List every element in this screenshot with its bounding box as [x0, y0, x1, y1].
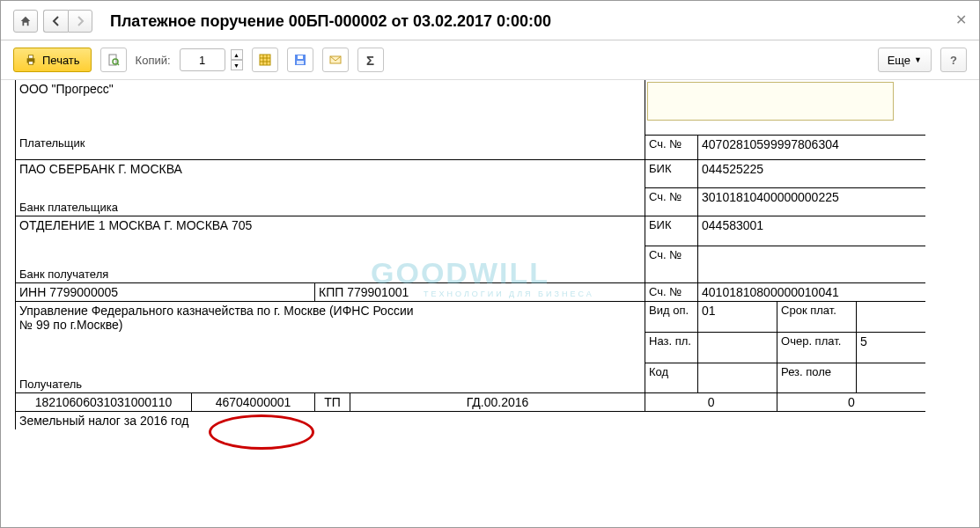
payer-bank-label: Банк плательщика [19, 201, 641, 214]
save-button[interactable] [287, 48, 313, 72]
rez-label: Рез. поле [777, 363, 857, 392]
recip-bank-name: ОТДЕЛЕНИЕ 1 МОСКВА Г. МОСКВА 705 [19, 218, 641, 232]
payer-bank-name: ПАО СБЕРБАНК Г. МОСКВА [19, 162, 641, 176]
row-zero2: 0 [777, 392, 925, 411]
email-button[interactable] [322, 48, 349, 72]
row-period: ГД.00.2016 [350, 392, 645, 411]
svg-rect-1 [28, 55, 33, 59]
question-icon: ? [950, 54, 957, 67]
row-tp: ТП [315, 392, 350, 411]
kod-label: Код [645, 363, 698, 392]
recip-inn: ИНН 7799000005 [16, 282, 315, 301]
recip-kpp: КПП 779901001 [315, 282, 645, 301]
close-button[interactable]: ✕ [955, 11, 967, 28]
copies-input[interactable] [180, 48, 225, 71]
spinner-up[interactable]: ▲ [231, 49, 243, 60]
window-title: Платежное поручение 00БП-000002 от 03.02… [110, 12, 551, 31]
payment-purpose: Земельный налог за 2016 год [16, 411, 926, 429]
grid-icon [258, 53, 272, 67]
more-label: Еще [888, 54, 910, 67]
ocher-label: Очер. плат. [777, 332, 857, 363]
preview-icon [107, 53, 121, 67]
svg-line-5 [117, 63, 119, 65]
copies-spinner: ▲ ▼ [231, 49, 243, 70]
sum-button[interactable]: Σ [357, 48, 384, 72]
svg-rect-13 [297, 61, 304, 64]
recip-account: 40101810800000010041 [698, 282, 925, 301]
row-zero1: 0 [645, 392, 777, 411]
recip-corr-label: Сч. № [645, 246, 698, 282]
recip-account-label: Сч. № [645, 282, 698, 301]
printer-icon [25, 54, 37, 66]
nav-group [43, 10, 92, 33]
payment-order-table: ООО "Прогресс" Плательщик Сч. № 40702810… [15, 80, 925, 429]
arrow-left-icon [51, 16, 62, 26]
vid-op-label: Вид оп. [645, 301, 698, 332]
ocher: 5 [857, 332, 925, 363]
copies-label: Копий: [136, 54, 171, 67]
chevron-down-icon: ▼ [914, 55, 922, 64]
bik-label: БИК [645, 159, 698, 187]
row-kbk: 18210606031031000110 [16, 392, 192, 411]
recip-name: Управление Федерального казначейства по … [19, 304, 416, 332]
srok-label: Срок плат. [777, 301, 857, 332]
forward-button[interactable] [68, 10, 92, 33]
home-button[interactable] [13, 10, 38, 33]
print-button[interactable]: Печать [13, 48, 92, 72]
spinner-down[interactable]: ▼ [231, 60, 243, 70]
print-label: Печать [42, 54, 80, 67]
toolbar: Печать Копий: ▲ ▼ Σ Еще ▼ ? [1, 40, 979, 80]
payer-corr: 30101810400000000225 [698, 187, 925, 216]
recip-bank-label: Банк получателя [19, 268, 641, 281]
payer-account-label: Сч. № [645, 136, 698, 159]
payer-account: 40702810599997806304 [698, 136, 925, 159]
mail-icon [328, 53, 343, 67]
preview-button[interactable] [100, 48, 127, 72]
home-icon [19, 15, 32, 27]
row-oktmo: 46704000001 [216, 395, 291, 409]
window: Платежное поручение 00БП-000002 от 03.02… [0, 0, 980, 528]
vid-op: 01 [698, 301, 777, 332]
recip-bik-label: БИК [645, 216, 698, 246]
back-button[interactable] [43, 10, 68, 33]
recip-bik: 044583001 [698, 216, 925, 246]
svg-rect-2 [28, 62, 33, 65]
document-area[interactable]: GOODWILL ТЕХНОЛОГИИ ДЛЯ БИЗНЕСА ООО "Про… [1, 80, 979, 527]
svg-rect-12 [298, 55, 303, 59]
titlebar: Платежное поручение 00БП-000002 от 03.02… [1, 1, 979, 40]
more-button[interactable]: Еще ▼ [878, 48, 932, 72]
payer-bik: 044525225 [698, 159, 925, 187]
help-button[interactable]: ? [940, 48, 967, 72]
floppy-icon [293, 53, 307, 67]
payer-name: ООО "Прогресс" [19, 82, 641, 96]
amount-box [647, 82, 894, 121]
payer-corr-label: Сч. № [645, 187, 698, 216]
template-button[interactable] [252, 48, 278, 72]
payer-field-label: Плательщик [19, 136, 641, 150]
recip-label: Получатель [19, 378, 641, 391]
sigma-icon: Σ [366, 53, 374, 68]
arrow-right-icon [75, 16, 85, 26]
naz-label: Наз. пл. [645, 332, 698, 363]
svg-rect-6 [260, 55, 270, 65]
